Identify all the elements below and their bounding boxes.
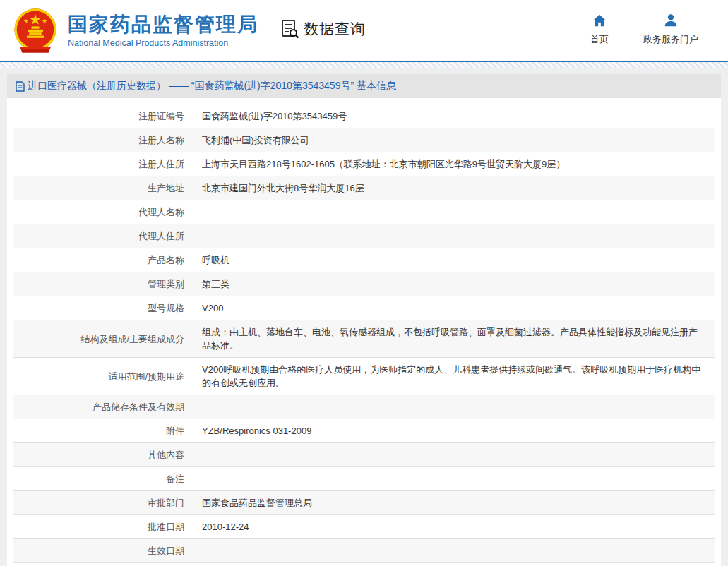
table-row: 其他内容	[13, 443, 715, 467]
table-row: 产品名称呼吸机	[13, 248, 715, 272]
row-value: 呼吸机	[193, 248, 715, 272]
data-query-title: 数据查询	[304, 19, 366, 39]
row-label: 代理人名称	[13, 200, 193, 224]
row-value	[193, 467, 715, 491]
row-value: 上海市天目西路218号1602-1605（联系地址：北京市朝阳区光华路9号世贸天…	[193, 152, 715, 176]
page-title: 进口医疗器械（注册历史数据） —— “国食药监械(进)字2010第3543459…	[28, 80, 396, 92]
info-table: 注册证编号国食药监械(进)字2010第3543459号注册人名称飞利浦(中国)投…	[13, 104, 715, 566]
row-value: 第三类	[193, 272, 715, 296]
data-query-icon	[281, 19, 299, 39]
row-value: 国家食品药品监督管理总局	[193, 491, 715, 515]
nav-label-home: 首页	[590, 33, 609, 46]
table-row: 适用范围/预期用途V200呼吸机预期由合格的医疗人员使用，为医师指定的成人、儿科…	[13, 358, 715, 395]
row-value: 国食药监械(进)字2010第3543459号	[193, 104, 715, 128]
home-icon	[592, 13, 607, 28]
table-row: 型号规格V200	[13, 296, 715, 320]
site-header: 国家药品监督管理局 National Medical Products Admi…	[0, 0, 728, 62]
table-row: 结构及组成/主要组成成分组成：由主机、落地台车、电池、氧传感器组成，不包括呼吸管…	[13, 320, 715, 358]
org-title-block: 国家药品监督管理局 National Medical Products Admi…	[68, 13, 258, 48]
row-label: 其他内容	[13, 443, 193, 467]
table-row: 生产地址北京市建国门外北大街8号华润大厦16层	[13, 176, 715, 200]
table-row: 代理人住所	[13, 224, 715, 248]
header-nav: 首页 政务服务门户	[573, 13, 715, 46]
row-value: V200呼吸机预期由合格的医疗人员使用，为医师指定的成人、儿科患者提供持续或间歇…	[193, 358, 715, 395]
row-label: 有效期至	[13, 563, 193, 566]
table-row: 代理人名称	[13, 200, 715, 224]
row-label: 产品名称	[13, 248, 193, 272]
table-row: 产品储存条件及有效期	[13, 395, 715, 419]
table-row: 管理类别第三类	[13, 272, 715, 296]
table-row: 审批部门国家食品药品监督管理总局	[13, 491, 715, 515]
table-row: 注册人名称飞利浦(中国)投资有限公司	[13, 128, 715, 152]
row-value: 飞利浦(中国)投资有限公司	[193, 128, 715, 152]
row-value: 2014-12-23	[193, 563, 715, 566]
row-value: 2010-12-24	[193, 515, 715, 539]
breadcrumb: 进口医疗器械（注册历史数据） —— “国食药监械(进)字2010第3543459…	[7, 74, 721, 98]
row-label: 注册人住所	[13, 152, 193, 176]
org-name-en: National Medical Products Administration	[68, 38, 258, 48]
nav-label-service-portal: 政务服务门户	[643, 33, 698, 46]
row-value: V200	[193, 296, 715, 320]
row-label: 适用范围/预期用途	[13, 358, 193, 395]
row-value	[193, 224, 715, 248]
nav-item-home[interactable]: 首页	[573, 13, 626, 46]
org-name-zh: 国家药品监督管理局	[68, 13, 258, 36]
data-query-section: 数据查询	[281, 19, 366, 39]
table-row: 注册人住所上海市天目西路218号1602-1605（联系地址：北京市朝阳区光华路…	[13, 152, 715, 176]
user-icon	[663, 13, 679, 28]
row-value	[193, 200, 715, 224]
table-row: 附件YZB/Respironics 031-2009	[13, 419, 715, 443]
row-label: 备注	[13, 467, 193, 491]
national-emblem-logo	[10, 6, 61, 56]
row-label: 审批部门	[13, 491, 193, 515]
row-value: YZB/Respironics 031-2009	[193, 419, 715, 443]
decorative-stripe-band	[0, 62, 728, 68]
row-label: 注册人名称	[13, 128, 193, 152]
row-label: 管理类别	[13, 272, 193, 296]
row-value	[193, 395, 715, 419]
row-label: 注册证编号	[13, 104, 193, 128]
row-value	[193, 539, 715, 563]
row-label: 代理人住所	[13, 224, 193, 248]
nav-item-service-portal[interactable]: 政务服务门户	[626, 13, 715, 46]
row-label: 附件	[13, 419, 193, 443]
row-label: 批准日期	[13, 515, 193, 539]
table-row: 有效期至2014-12-23	[13, 563, 715, 566]
row-label: 结构及组成/主要组成成分	[13, 320, 193, 358]
row-label: 生效日期	[13, 539, 193, 563]
row-value: 组成：由主机、落地台车、电池、氧传感器组成，不包括呼吸管路、面罩及细菌过滤器。产…	[193, 320, 715, 358]
row-value: 北京市建国门外北大街8号华润大厦16层	[193, 176, 715, 200]
info-table-wrap: 注册证编号国食药监械(进)字2010第3543459号注册人名称飞利浦(中国)投…	[7, 98, 721, 566]
table-row: 批准日期2010-12-24	[13, 515, 715, 539]
row-value	[193, 443, 715, 467]
table-row: 备注	[13, 467, 715, 491]
table-row: 生效日期	[13, 539, 715, 563]
row-label: 型号规格	[13, 296, 193, 320]
document-icon	[16, 81, 25, 92]
row-label: 生产地址	[13, 176, 193, 200]
content-panel: 进口医疗器械（注册历史数据） —— “国食药监械(进)字2010第3543459…	[7, 74, 721, 566]
row-label: 产品储存条件及有效期	[13, 395, 193, 419]
table-row: 注册证编号国食药监械(进)字2010第3543459号	[13, 104, 715, 128]
